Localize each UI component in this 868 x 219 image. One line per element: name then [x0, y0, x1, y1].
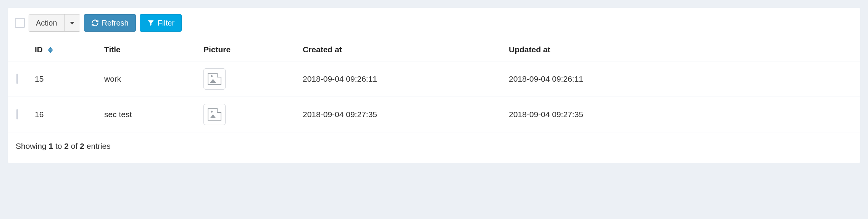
row-checkbox[interactable] [16, 74, 18, 84]
col-header-created[interactable]: Created at [298, 38, 504, 61]
caret-down-icon [70, 22, 74, 24]
image-placeholder-icon [208, 73, 221, 85]
refresh-button[interactable]: Refresh [84, 14, 136, 32]
toolbar: Action Refresh Filter [8, 8, 860, 38]
col-header-title-label: Title [104, 45, 121, 54]
col-header-picture-label: Picture [203, 45, 231, 54]
filter-label: Filter [158, 19, 174, 27]
cell-picture [199, 97, 298, 132]
action-caret-button[interactable] [65, 14, 80, 32]
info-from: 1 [48, 142, 53, 150]
table-info: Showing 1 to 2 of 2 entries [8, 132, 860, 163]
funnel-icon [147, 19, 155, 27]
cell-id: 15 [35, 61, 100, 97]
col-header-id[interactable]: ID [35, 38, 100, 61]
cell-title: sec test [100, 97, 199, 132]
picture-thumbnail[interactable] [203, 68, 226, 90]
select-all-checkbox[interactable] [15, 18, 25, 28]
action-dropdown[interactable]: Action [29, 14, 80, 32]
cell-updated-at: 2018-09-04 09:27:35 [504, 97, 860, 132]
refresh-label: Refresh [102, 19, 129, 27]
info-to-word: to [55, 142, 62, 150]
cell-id: 16 [35, 97, 100, 132]
col-header-title[interactable]: Title [100, 38, 199, 61]
table-row: 16 sec test 2018-09-04 09:27:35 2018-09-… [8, 97, 860, 132]
col-header-updated[interactable]: Updated at [504, 38, 860, 61]
sort-icon [48, 47, 53, 53]
row-checkbox[interactable] [16, 109, 18, 119]
filter-button[interactable]: Filter [140, 14, 182, 32]
picture-thumbnail[interactable] [203, 104, 226, 125]
cell-title: work [100, 61, 199, 97]
cell-picture [199, 61, 298, 97]
action-button[interactable]: Action [29, 14, 65, 32]
col-header-id-label: ID [35, 45, 43, 54]
col-header-picture[interactable]: Picture [199, 38, 298, 61]
data-table: ID Title Picture Created at [8, 38, 860, 132]
image-placeholder-icon [208, 108, 221, 121]
col-header-check [8, 38, 35, 61]
cell-created-at: 2018-09-04 09:27:35 [298, 97, 504, 132]
cell-created-at: 2018-09-04 09:26:11 [298, 61, 504, 97]
info-total: 2 [80, 142, 84, 150]
info-to: 2 [64, 142, 69, 150]
action-label: Action [36, 19, 57, 27]
col-header-updated-label: Updated at [509, 45, 550, 54]
table-header-row: ID Title Picture Created at [8, 38, 860, 61]
info-of-word: of [71, 142, 78, 150]
col-header-created-label: Created at [303, 45, 342, 54]
data-panel: Action Refresh Filter [8, 8, 860, 163]
cell-updated-at: 2018-09-04 09:26:11 [504, 61, 860, 97]
info-suffix: entries [87, 142, 111, 150]
info-prefix: Showing [16, 142, 47, 150]
table-row: 15 work 2018-09-04 09:26:11 2018-09-04 0… [8, 61, 860, 97]
refresh-icon [91, 19, 99, 27]
